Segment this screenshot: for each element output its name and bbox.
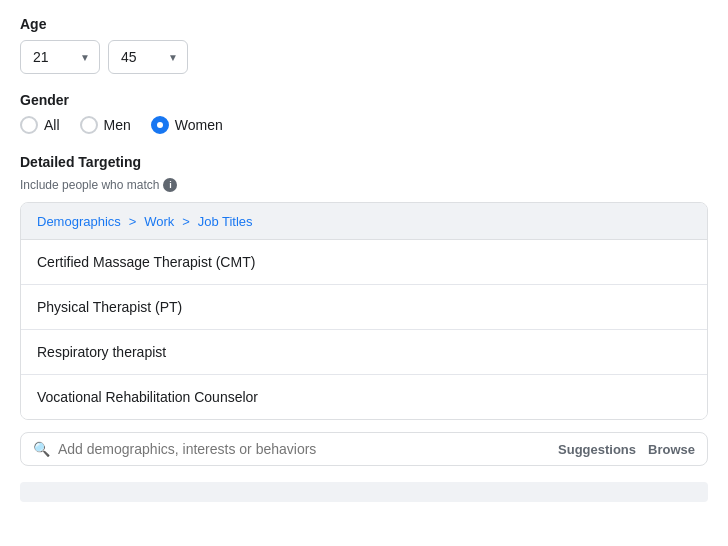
targeting-box: Demographics > Work > Job Titles Certifi… <box>20 202 708 420</box>
breadcrumb-sep2: > <box>182 214 190 229</box>
gender-women-label: Women <box>175 117 223 133</box>
age-label: Age <box>20 16 708 32</box>
gender-radio-all[interactable] <box>20 116 38 134</box>
age-section: Age 21 18 19 20 22 25 30 35 40 45 ▼ 45 1… <box>20 16 708 74</box>
gender-all-label: All <box>44 117 60 133</box>
list-item[interactable]: Physical Therapist (PT) <box>21 285 707 330</box>
list-item[interactable]: Certified Massage Therapist (CMT) <box>21 240 707 285</box>
gender-option-women[interactable]: Women <box>151 116 223 134</box>
list-item[interactable]: Respiratory therapist <box>21 330 707 375</box>
gender-radio-group: All Men Women <box>20 116 708 134</box>
suggestions-button[interactable]: Suggestions <box>558 442 636 457</box>
detailed-targeting-sublabel: Include people who match i <box>20 178 708 192</box>
breadcrumb-job-titles[interactable]: Job Titles <box>198 214 253 229</box>
breadcrumb-sep1: > <box>129 214 137 229</box>
browse-button[interactable]: Browse <box>648 442 695 457</box>
search-actions: Suggestions Browse <box>558 442 695 457</box>
gender-radio-men[interactable] <box>80 116 98 134</box>
search-bar: 🔍 Suggestions Browse <box>20 432 708 466</box>
breadcrumb-row: Demographics > Work > Job Titles <box>21 203 707 240</box>
info-icon[interactable]: i <box>163 178 177 192</box>
bottom-strip <box>20 482 708 502</box>
gender-radio-women[interactable] <box>151 116 169 134</box>
gender-label: Gender <box>20 92 708 108</box>
age-min-select[interactable]: 21 18 19 20 22 25 30 35 40 45 <box>20 40 100 74</box>
age-max-wrapper: 45 18 21 25 30 35 40 50 55 65+ ▼ <box>108 40 188 74</box>
breadcrumb-demographics[interactable]: Demographics <box>37 214 121 229</box>
gender-men-label: Men <box>104 117 131 133</box>
detailed-targeting-label: Detailed Targeting <box>20 154 708 170</box>
gender-option-all[interactable]: All <box>20 116 60 134</box>
search-icon: 🔍 <box>33 441 50 457</box>
gender-option-men[interactable]: Men <box>80 116 131 134</box>
list-item[interactable]: Vocational Rehabilitation Counselor <box>21 375 707 419</box>
age-max-select[interactable]: 45 18 21 25 30 35 40 50 55 65+ <box>108 40 188 74</box>
age-min-wrapper: 21 18 19 20 22 25 30 35 40 45 ▼ <box>20 40 100 74</box>
age-dropdowns: 21 18 19 20 22 25 30 35 40 45 ▼ 45 18 21… <box>20 40 708 74</box>
breadcrumb-work[interactable]: Work <box>144 214 174 229</box>
search-input[interactable] <box>58 441 550 457</box>
gender-section: Gender All Men Women <box>20 92 708 134</box>
detailed-targeting-section: Detailed Targeting Include people who ma… <box>20 154 708 420</box>
